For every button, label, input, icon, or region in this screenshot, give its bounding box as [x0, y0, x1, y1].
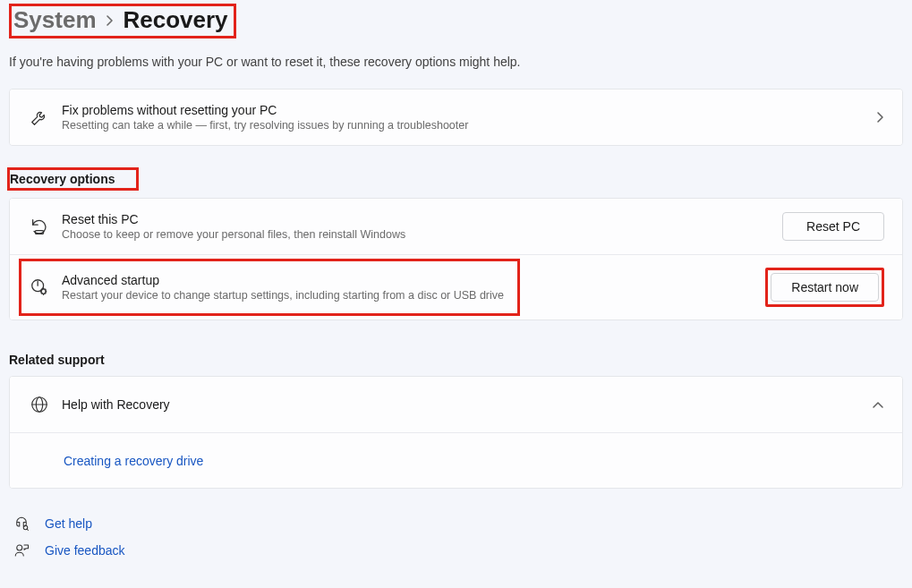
wrench-icon	[22, 107, 56, 127]
chevron-right-icon	[875, 111, 884, 124]
fix-problems-title: Fix problems without resetting your PC	[62, 103, 875, 117]
advanced-startup-row: Advanced startup Restart your device to …	[10, 254, 902, 320]
reset-this-pc-title: Reset this PC	[62, 212, 782, 226]
related-support-heading: Related support	[9, 351, 105, 369]
reset-this-pc-row: Reset this PC Choose to keep or remove y…	[10, 199, 902, 254]
get-help-link[interactable]: Get help	[45, 516, 92, 531]
fix-problems-card[interactable]: Fix problems without resetting your PC R…	[9, 89, 903, 146]
page-subtitle: If you're having problems with your PC o…	[9, 55, 903, 69]
chevron-right-icon	[106, 15, 115, 26]
help-with-recovery-row[interactable]: Help with Recovery	[10, 377, 902, 432]
restart-now-button[interactable]: Restart now	[771, 273, 879, 302]
svg-point-6	[17, 545, 22, 550]
recovery-options-group: Reset this PC Choose to keep or remove y…	[9, 198, 903, 320]
power-gear-icon	[22, 277, 56, 297]
help-with-recovery-group: Help with Recovery Creating a recovery d…	[9, 376, 903, 489]
advanced-startup-title: Advanced startup	[62, 273, 765, 287]
fix-problems-desc: Resetting can take a while — first, try …	[62, 119, 875, 132]
reset-pc-button[interactable]: Reset PC	[782, 212, 884, 241]
breadcrumb: System Recovery	[9, 0, 903, 44]
chevron-up-icon	[872, 400, 884, 409]
breadcrumb-current: Recovery	[124, 6, 228, 34]
reset-icon	[22, 217, 56, 236]
help-icon	[13, 516, 30, 532]
advanced-startup-desc: Restart your device to change startup se…	[62, 289, 765, 302]
globe-icon	[22, 395, 56, 414]
reset-this-pc-desc: Choose to keep or remove your personal f…	[62, 228, 782, 241]
creating-recovery-drive-link[interactable]: Creating a recovery drive	[64, 454, 203, 468]
footer-links: Get help Give feedback	[9, 510, 903, 564]
feedback-icon	[13, 542, 30, 558]
give-feedback-link[interactable]: Give feedback	[45, 543, 125, 558]
help-with-recovery-title: Help with Recovery	[62, 397, 872, 412]
breadcrumb-parent[interactable]: System	[13, 6, 97, 34]
recovery-options-heading: Recovery options	[7, 167, 139, 191]
